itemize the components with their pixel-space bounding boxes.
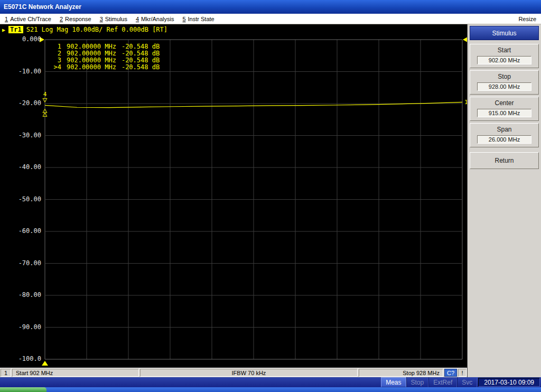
- main-content: 41 ▶ Tr1 S21 Log Mag 10.00dB/ Ref 0.000d…: [0, 24, 541, 377]
- status-indicator-meas: Meas: [381, 377, 406, 387]
- menu-label: Active Ch/Trace: [10, 16, 51, 22]
- trace-status-line: ▶ Tr1 S21 Log Mag 10.00dB/ Ref 0.000dB […: [2, 26, 167, 33]
- softkey-start[interactable]: Start 902.00 MHz: [470, 44, 539, 68]
- status-indicator-label: Meas: [386, 379, 401, 386]
- menu-label: Mkr/Analysis: [141, 16, 174, 22]
- status-indicator-label: ExtRef: [433, 379, 452, 386]
- menu-accesskey: 2: [60, 16, 63, 22]
- menu-accesskey: 5: [182, 16, 185, 22]
- start-button[interactable]: [0, 387, 46, 392]
- alert-icon: !: [461, 370, 463, 376]
- menu-label: Stimulus: [105, 16, 127, 22]
- y-axis-label: -20.00: [0, 99, 41, 107]
- sweep-start-readout: Start 902 MHz: [12, 369, 139, 377]
- y-axis-label: -90.00: [0, 323, 41, 331]
- y-axis-label: -30.00: [0, 132, 41, 139]
- y-axis-label: -60.00: [0, 227, 41, 235]
- channel-number-indicator: 1: [1, 369, 11, 377]
- marker-frequency: 902.00000 MHz: [67, 64, 116, 71]
- status-indicator-extref: ExtRef: [428, 377, 457, 387]
- trace-end-label: 1: [464, 99, 467, 106]
- softkey-value: 902.00 MHz: [477, 56, 531, 64]
- sweep-stop-readout: Stop 928 MHz: [359, 369, 443, 377]
- y-axis-label: -80.00: [0, 291, 41, 298]
- instrument-status-bar: Meas Stop ExtRef Svc 2017-03-10 09:09: [0, 377, 541, 387]
- marker-readout-table: 1 902.00000 MHz -20.548 dB 2 902.00000 M…: [49, 43, 160, 71]
- softkey-label: Center: [472, 99, 536, 107]
- softkey-label: Start: [472, 46, 536, 54]
- softkey-value: 915.00 MHz: [477, 109, 531, 117]
- marker-value: -20.548 dB: [122, 64, 160, 71]
- softkey-menu-title-text: Stimulus: [492, 30, 516, 37]
- alert-indicator: !: [458, 369, 467, 377]
- ifbw-readout: IFBW 70 kHz: [140, 369, 358, 377]
- calibration-status-badge: C?: [444, 369, 457, 377]
- channel-window: 41 ▶ Tr1 S21 Log Mag 10.00dB/ Ref 0.000d…: [0, 24, 467, 377]
- instrument-message-area: [0, 377, 381, 387]
- softkey-menu-title: Stimulus: [470, 26, 539, 40]
- y-axis-label: 0.000: [0, 35, 41, 43]
- marker-number: >4: [49, 64, 61, 71]
- menu-instr-state[interactable]: 5 Instr State: [182, 16, 214, 22]
- datetime-text: 2017-03-10 09:09: [484, 379, 534, 386]
- ref-level-indicator-right: [463, 37, 467, 42]
- window-title: E5071C Network Analyzer: [4, 3, 81, 11]
- softkey-span[interactable]: Span 26.000 MHz: [470, 123, 539, 147]
- windows-taskbar: [0, 387, 541, 392]
- status-indicator-label: Stop: [411, 379, 424, 386]
- channel-status-bar: 1 Start 902 MHz IFBW 70 kHz Stop 928 MHz…: [0, 368, 467, 377]
- y-axis-label: -70.00: [0, 259, 41, 267]
- softkey-value: 928.00 MHz: [477, 82, 531, 91]
- trace-name-badge: Tr1: [8, 26, 23, 33]
- menu-active-ch-trace[interactable]: 1 Active Ch/Trace: [5, 16, 51, 22]
- softkey-return[interactable]: Return: [470, 152, 539, 169]
- datetime-display: 2017-03-10 09:09: [478, 378, 540, 387]
- sweep-start-indicator: [42, 361, 48, 366]
- marker-readout-row-active: >4 902.00000 MHz -20.548 dB: [49, 64, 160, 71]
- trace-format-text: S21 Log Mag 10.00dB/ Ref 0.000dB [RT]: [26, 26, 167, 33]
- softkey-label: Return: [495, 157, 514, 164]
- menu-resize[interactable]: Resize: [518, 16, 536, 22]
- menu-stimulus[interactable]: 3 Stimulus: [100, 16, 127, 22]
- ifbw-text: IFBW 70 kHz: [232, 370, 266, 376]
- active-trace-indicator-icon: ▶: [2, 27, 5, 33]
- start-frequency-text: Start 902 MHz: [16, 370, 53, 376]
- softkey-menu: Stimulus Start 902.00 MHz Stop 928.00 MH…: [467, 24, 541, 377]
- menu-accesskey: 1: [5, 16, 8, 22]
- status-indicator-stop: Stop: [406, 377, 429, 387]
- softkey-label: Stop: [472, 73, 536, 80]
- softkey-stop[interactable]: Stop 928.00 MHz: [470, 70, 539, 95]
- menu-bar: 1 Active Ch/Trace 2 Response 3 Stimulus …: [0, 14, 541, 24]
- trace-display-area: 41 ▶ Tr1 S21 Log Mag 10.00dB/ Ref 0.000d…: [0, 24, 467, 368]
- menu-mkr-analysis[interactable]: 4 Mkr/Analysis: [136, 16, 174, 22]
- y-axis-label: -100.0: [0, 355, 41, 362]
- stop-frequency-text: Stop 928 MHz: [403, 370, 440, 376]
- y-axis-label: -50.00: [0, 195, 41, 203]
- channel-number: 1: [4, 370, 7, 376]
- menu-label: Instr State: [188, 16, 214, 22]
- y-axis-label: -10.00: [0, 68, 41, 75]
- softkey-value: 26.000 MHz: [477, 135, 531, 144]
- menu-label: Response: [65, 16, 91, 22]
- measurement-plot: 41: [0, 24, 467, 368]
- status-indicator-svc: Svc: [457, 377, 477, 387]
- softkey-center[interactable]: Center 915.00 MHz: [470, 97, 539, 121]
- window-titlebar: E5071C Network Analyzer: [0, 0, 541, 14]
- y-axis-label: -40.00: [0, 163, 41, 171]
- marker-number-label: 4: [43, 91, 47, 98]
- menu-response[interactable]: 2 Response: [60, 16, 91, 22]
- menu-label: Resize: [518, 16, 536, 22]
- status-indicator-label: Svc: [462, 379, 472, 386]
- softkey-label: Span: [472, 126, 536, 133]
- menu-accesskey: 4: [136, 16, 139, 22]
- cal-badge-text: C?: [447, 370, 454, 376]
- menu-accesskey: 3: [100, 16, 103, 22]
